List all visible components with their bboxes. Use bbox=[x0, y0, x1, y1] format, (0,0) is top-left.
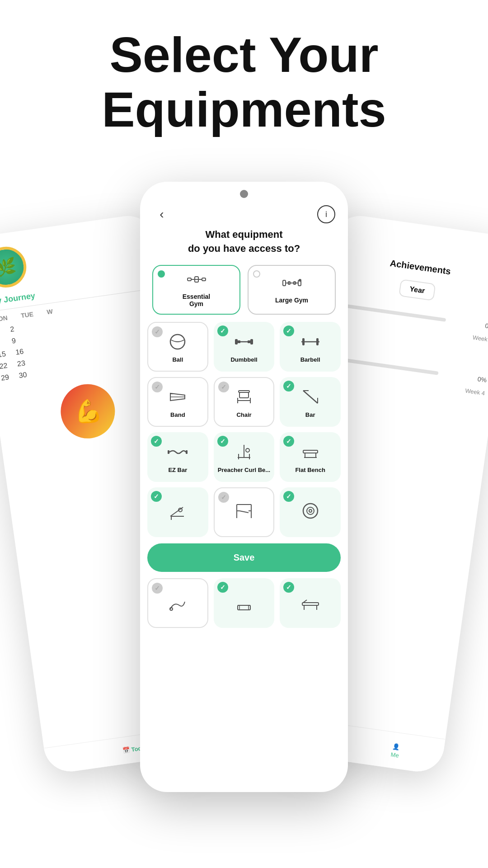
svg-point-32 bbox=[246, 448, 249, 452]
equip-box[interactable]: ✓ bbox=[214, 578, 275, 628]
chair-label: Chair bbox=[236, 411, 251, 418]
svg-rect-1 bbox=[202, 278, 206, 281]
equip-ezbar[interactable]: ✓ EZ Bar bbox=[147, 432, 208, 482]
large-gym-icon bbox=[282, 276, 302, 293]
check-flatbench: ✓ bbox=[283, 436, 294, 447]
equip-rack[interactable]: ✓ bbox=[214, 487, 275, 537]
svg-rect-14 bbox=[248, 340, 250, 343]
check-dumbbell: ✓ bbox=[217, 326, 228, 336]
check-barbell: ✓ bbox=[283, 326, 294, 336]
svg-rect-21 bbox=[239, 392, 249, 398]
preacher-label: Preacher Curl Be... bbox=[218, 467, 270, 473]
bottom-row: ✓ ✓ ✓ bbox=[140, 578, 348, 637]
svg-point-49 bbox=[303, 504, 318, 518]
large-gym-label: Large Gym bbox=[275, 297, 308, 304]
svg-rect-0 bbox=[188, 278, 191, 281]
check-bar: ✓ bbox=[283, 381, 294, 392]
type-selectors: EssentialGym Large Gym bbox=[140, 265, 348, 322]
phone-top-bar: ‹ i bbox=[140, 198, 348, 223]
equip-barbell[interactable]: ✓ Barbell bbox=[280, 322, 341, 372]
equip-cable[interactable]: ✓ bbox=[147, 578, 208, 628]
year-selector[interactable]: Year bbox=[399, 279, 436, 301]
check-bench2: ✓ bbox=[283, 582, 294, 593]
check-ezbar: ✓ bbox=[151, 436, 162, 447]
back-button[interactable]: ‹ bbox=[153, 205, 171, 223]
equip-bar[interactable]: ✓ Bar bbox=[280, 377, 341, 427]
equip-bench2[interactable]: ✓ bbox=[280, 578, 341, 628]
equipment-grid: ✓ Ball ✓ Dum bbox=[140, 322, 348, 537]
svg-rect-12 bbox=[238, 340, 240, 343]
svg-rect-35 bbox=[303, 450, 318, 453]
check-empty-chair: ✓ bbox=[218, 382, 229, 392]
save-button[interactable]: Save bbox=[147, 543, 341, 572]
essential-gym-label: EssentialGym bbox=[183, 293, 210, 307]
bar-label: Bar bbox=[305, 411, 315, 418]
check-empty-cable: ✓ bbox=[152, 583, 163, 594]
svg-point-50 bbox=[307, 507, 314, 514]
equip-incline[interactable]: ✓ bbox=[147, 487, 208, 537]
type-card-essential[interactable]: EssentialGym bbox=[152, 265, 240, 315]
svg-line-48 bbox=[239, 511, 249, 513]
check-box: ✓ bbox=[217, 582, 228, 593]
essential-gym-icon bbox=[187, 272, 206, 289]
dumbbell-label: Dumbbell bbox=[230, 356, 257, 363]
equip-ball[interactable]: ✓ Ball bbox=[147, 322, 208, 372]
unselected-dot bbox=[253, 270, 260, 278]
svg-point-52 bbox=[170, 608, 173, 610]
check-plate: ✓ bbox=[283, 491, 294, 502]
check-incline: ✓ bbox=[151, 491, 162, 502]
svg-rect-18 bbox=[316, 338, 319, 345]
flatbench-label: Flat Bench bbox=[295, 467, 325, 473]
svg-rect-57 bbox=[302, 603, 319, 605]
app-logo: 🌿 bbox=[0, 244, 29, 290]
svg-rect-17 bbox=[302, 338, 305, 345]
nav-me[interactable]: 👤 Me bbox=[390, 742, 401, 759]
check-preacher: ✓ bbox=[217, 436, 228, 447]
equip-flatbench[interactable]: ✓ Flat Bench bbox=[280, 432, 341, 482]
equip-band[interactable]: ✓ Band bbox=[147, 377, 208, 427]
svg-point-51 bbox=[309, 509, 312, 512]
question-text: What equipmentdo you have access to? bbox=[140, 223, 348, 265]
ezbar-label: EZ Bar bbox=[168, 467, 187, 473]
camera-notch bbox=[240, 190, 248, 198]
ball-label: Ball bbox=[172, 356, 183, 363]
check-empty-band: ✓ bbox=[152, 382, 163, 392]
svg-rect-29 bbox=[186, 450, 188, 454]
page-header: Select Your Equipments bbox=[0, 0, 488, 150]
svg-rect-28 bbox=[168, 450, 169, 454]
equip-plate[interactable]: ✓ bbox=[280, 487, 341, 537]
barbell-label: Barbell bbox=[300, 356, 320, 363]
phone-center: ‹ i What equipmentdo you have access to? bbox=[140, 182, 348, 792]
band-label: Band bbox=[170, 411, 185, 418]
equip-chair[interactable]: ✓ Chair bbox=[214, 377, 275, 427]
selected-dot bbox=[158, 270, 165, 278]
check-empty-ball: ✓ bbox=[152, 326, 163, 337]
svg-rect-4 bbox=[283, 280, 286, 286]
type-card-large[interactable]: Large Gym bbox=[248, 265, 336, 315]
svg-rect-15 bbox=[250, 339, 253, 344]
equip-preacher[interactable]: ✓ Preacher Curl Be... bbox=[214, 432, 275, 482]
svg-rect-11 bbox=[235, 339, 238, 344]
check-empty-rack: ✓ bbox=[218, 492, 229, 503]
svg-line-25 bbox=[303, 391, 318, 403]
phones-container: 🌿 My Journey MON TUE W 12 89 1516 2223 2… bbox=[0, 168, 488, 824]
equip-dumbbell[interactable]: ✓ Dumbbell bbox=[214, 322, 275, 372]
info-button[interactable]: i bbox=[317, 205, 335, 223]
page-title: Select Your Equipments bbox=[36, 27, 452, 137]
